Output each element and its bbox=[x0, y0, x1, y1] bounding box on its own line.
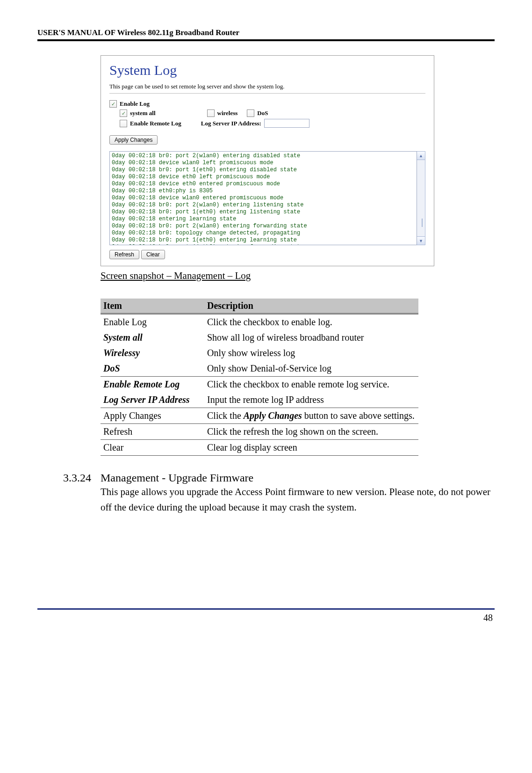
enable-log-label: Enable Log bbox=[120, 100, 150, 108]
th-item: Item bbox=[101, 299, 204, 314]
table-row: System allShow all log of wireless broad… bbox=[101, 330, 418, 345]
th-desc: Description bbox=[204, 299, 418, 314]
section-heading: 3.3.24 Management - Upgrade Firmware bbox=[37, 472, 495, 484]
doc-header: USER'S MANUAL OF Wireless 802.11g Broadb… bbox=[37, 28, 495, 37]
refresh-button[interactable]: Refresh bbox=[109, 250, 139, 259]
log-server-label: Log Server IP Address: bbox=[201, 120, 261, 127]
header-rule bbox=[37, 39, 495, 41]
td-desc: Only show wireless log bbox=[204, 345, 418, 361]
td-item: Enable Remote Log bbox=[101, 377, 204, 393]
td-desc: Click the checkbox to enable log. bbox=[204, 314, 418, 330]
table-row: Log Server IP AddressInput the remote lo… bbox=[101, 392, 418, 408]
table-row: RefreshClick the refresh the log shown o… bbox=[101, 424, 418, 440]
table-row: ClearClear log display screen bbox=[101, 440, 418, 456]
td-item: Enable Log bbox=[101, 314, 204, 330]
table-row: Apply ChangesClick the Apply Changes but… bbox=[101, 408, 418, 424]
td-item: System all bbox=[101, 330, 204, 345]
checkbox-enable-log[interactable]: ✓ bbox=[109, 100, 117, 108]
panel-hr bbox=[109, 93, 425, 94]
log-server-ip-input[interactable] bbox=[264, 119, 309, 128]
system-log-panel: System Log This page can be used to set … bbox=[101, 55, 434, 266]
enable-remote-label: Enable Remote Log bbox=[130, 120, 181, 127]
td-desc: Click the refresh the log shown on the s… bbox=[204, 424, 418, 440]
table-row: Enable Remote LogClick the checkbox to e… bbox=[101, 377, 418, 393]
panel-desc: This page can be used to set remote log … bbox=[109, 83, 425, 90]
screenshot-caption: Screen snapshot – Management – Log bbox=[101, 270, 495, 282]
table-row: WirelessyOnly show wireless log bbox=[101, 345, 418, 361]
section-body: This page allows you upgrade the Access … bbox=[101, 484, 495, 515]
table-row: DoSOnly show Denial-of-Service log bbox=[101, 361, 418, 377]
footer-rule bbox=[37, 608, 495, 610]
system-all-label: system all bbox=[130, 109, 156, 117]
table-row: Enable LogClick the checkbox to enable l… bbox=[101, 314, 418, 330]
section-number: 3.3.24 bbox=[63, 472, 101, 484]
checkbox-remote-log[interactable] bbox=[120, 120, 127, 127]
table-header-row: Item Description bbox=[101, 299, 418, 314]
checkbox-wireless[interactable] bbox=[207, 109, 215, 117]
td-item: Refresh bbox=[101, 424, 204, 440]
scroll-down-icon[interactable]: ▼ bbox=[417, 236, 425, 245]
scroll-up-icon[interactable]: ▲ bbox=[417, 152, 425, 160]
checkbox-system-all[interactable]: ✓ bbox=[120, 109, 127, 117]
td-item: Clear bbox=[101, 440, 204, 456]
description-table: Item Description Enable LogClick the che… bbox=[101, 299, 418, 456]
clear-button[interactable]: Clear bbox=[141, 250, 165, 259]
td-desc: Click the checkbox to enable remote log … bbox=[204, 377, 418, 393]
td-desc: Input the remote log IP address bbox=[204, 392, 418, 408]
td-desc: Show all log of wireless broadband route… bbox=[204, 330, 418, 345]
panel-title: System Log bbox=[109, 62, 425, 78]
td-desc: Only show Denial-of-Service log bbox=[204, 361, 418, 377]
td-item: Wirelessy bbox=[101, 345, 204, 361]
log-textarea[interactable]: 0day 00:02:18 br0: port 2(wlan0) enterin… bbox=[109, 151, 417, 245]
scrollbar[interactable]: ▲ ▼ bbox=[417, 151, 425, 245]
td-desc: Clear log display screen bbox=[204, 440, 418, 456]
options-row: ✓ system all wireless DoS bbox=[109, 109, 425, 117]
td-item: Apply Changes bbox=[101, 408, 204, 424]
wireless-label: wireless bbox=[217, 109, 238, 117]
section-title: Management - Upgrade Firmware bbox=[101, 472, 253, 484]
log-area: 0day 00:02:18 br0: port 2(wlan0) enterin… bbox=[109, 151, 425, 245]
td-item: DoS bbox=[101, 361, 204, 377]
td-desc: Click the Apply Changes button to save a… bbox=[204, 408, 418, 424]
dos-label: DoS bbox=[257, 109, 268, 117]
remote-row: Enable Remote Log Log Server IP Address: bbox=[109, 119, 425, 128]
td-item: Log Server IP Address bbox=[101, 392, 204, 408]
apply-changes-button[interactable]: Apply Changes bbox=[109, 135, 158, 145]
page-number: 48 bbox=[37, 613, 495, 623]
checkbox-dos[interactable] bbox=[247, 109, 254, 117]
scroll-thumb[interactable] bbox=[422, 219, 423, 227]
enable-log-row: ✓ Enable Log bbox=[109, 100, 425, 108]
